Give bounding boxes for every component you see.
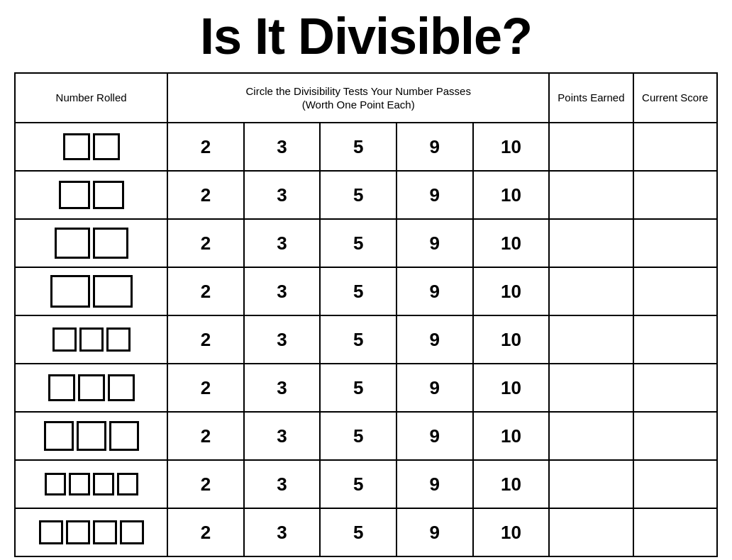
divisor-cell: 10 [473,171,550,219]
points-earned-cell [549,412,633,460]
table-header: Number Rolled Circle the Divisibility Te… [15,73,717,123]
table-row: 235910 [15,412,717,460]
number-rolled-cell [15,364,167,412]
number-rolled-cell [15,219,167,267]
number-rolled-cell [15,412,167,460]
divisor-cell: 9 [396,171,473,219]
die-box [109,421,139,451]
divisor-cell: 5 [320,267,396,315]
die-box [93,520,117,544]
divisor-cell: 10 [473,364,550,412]
divisor-cell: 3 [244,315,321,364]
die-box [106,327,131,352]
die-box [78,374,105,401]
number-rolled-cell [15,460,167,508]
divisor-cell: 2 [167,364,244,412]
divisor-cell: 5 [320,460,396,508]
divisor-cell: 3 [244,123,321,171]
die-box [45,473,66,495]
table-row: 235910 [15,508,717,556]
divisor-cell: 3 [244,267,321,315]
points-earned-cell [549,364,633,412]
divisor-cell: 3 [244,412,321,460]
divisor-cell: 3 [244,171,321,219]
die-box [117,473,138,495]
current-score-cell [633,412,717,460]
divisor-cell: 9 [396,123,473,171]
divisor-cell: 5 [320,364,396,412]
current-score-cell [633,219,717,267]
die-box [66,520,90,544]
number-rolled-cell [15,315,167,364]
die-box [79,327,104,352]
die-box [44,421,74,451]
divisor-cell: 10 [473,460,550,508]
current-score-cell [633,315,717,364]
die-box [93,181,124,209]
divisor-cell: 10 [473,267,550,315]
number-rolled-cell [15,508,167,556]
points-earned-cell [549,219,633,267]
divisor-cell: 5 [320,171,396,219]
divisor-cell: 2 [167,412,244,460]
table-row: 235910 [15,364,717,412]
divisor-cell: 3 [244,460,321,508]
divisor-cell: 9 [396,267,473,315]
table-row: 235910 [15,267,717,315]
die-box [93,275,133,308]
points-earned-cell [549,508,633,556]
die-box [93,473,114,495]
divisor-cell: 2 [167,508,244,556]
die-box [77,421,106,451]
table-row: 235910 [15,219,717,267]
divisor-cell: 2 [167,171,244,219]
divisor-cell: 10 [473,412,550,460]
col-header-current-score: Current Score [633,73,717,123]
page-title: Is It Divisible? [200,7,532,65]
die-box [59,181,90,209]
die-box [50,275,90,308]
col-header-number-rolled: Number Rolled [15,73,167,123]
points-earned-cell [549,267,633,315]
divisor-cell: 2 [167,267,244,315]
die-box [39,520,63,544]
divisor-cell: 9 [396,219,473,267]
current-score-cell [633,123,717,171]
divisor-cell: 5 [320,123,396,171]
current-score-cell [633,460,717,508]
die-box [69,473,90,495]
die-box [108,374,135,401]
divisor-cell: 2 [167,123,244,171]
col-header-points-earned: Points Earned [549,73,633,123]
table-row: 235910 [15,315,717,364]
die-box [93,228,128,259]
divisor-cell: 9 [396,460,473,508]
divisor-cell: 5 [320,412,396,460]
divisor-cell: 9 [396,364,473,412]
points-earned-cell [549,171,633,219]
points-earned-cell [549,315,633,364]
number-rolled-cell [15,267,167,315]
current-score-cell [633,508,717,556]
divisibility-table: Number Rolled Circle the Divisibility Te… [14,72,718,557]
divisor-cell: 2 [167,219,244,267]
divisor-cell: 9 [396,508,473,556]
divisor-cell: 10 [473,508,550,556]
divisor-cell: 9 [396,412,473,460]
table-row: 235910 [15,460,717,508]
divisor-cell: 5 [320,219,396,267]
divisor-cell: 9 [396,315,473,364]
divisor-cell: 5 [320,315,396,364]
table-row: 235910 [15,171,717,219]
divisor-cell: 10 [473,123,550,171]
divisor-cell: 10 [473,219,550,267]
table-row: 235910 [15,123,717,171]
current-score-cell [633,364,717,412]
divisor-cell: 3 [244,219,321,267]
die-box [93,133,120,160]
die-box [55,228,90,259]
divisor-cell: 3 [244,364,321,412]
col-header-circle-tests: Circle the Divisibility Tests Your Numbe… [167,73,549,123]
current-score-cell [633,171,717,219]
divisor-cell: 2 [167,315,244,364]
